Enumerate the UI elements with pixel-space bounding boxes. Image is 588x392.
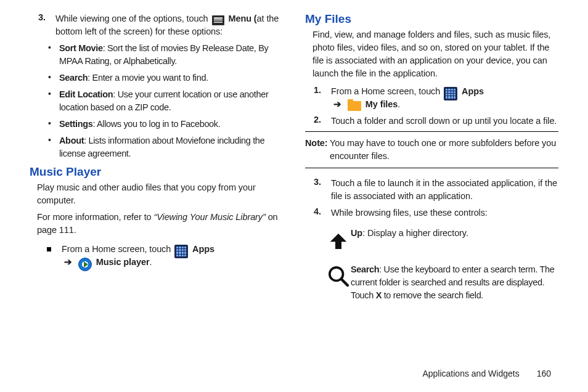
music-step: From a Home screen, touch Apps ➔ Music p… (47, 243, 283, 269)
note-block: Note: You may have to touch one or more … (305, 131, 558, 168)
step-4: 4. While browsing files, use these contr… (314, 206, 558, 219)
label: Search (351, 264, 379, 274)
desc2: to remove the search field. (382, 290, 483, 300)
control-search: Search: Use the keyboard to enter a sear… (326, 263, 558, 302)
option-text: Sort Movie: Sort the list of movies By R… (59, 42, 283, 68)
text: While viewing one of the options, touch (55, 14, 211, 23)
bullet-icon: • (48, 42, 59, 68)
step-number: 2. (314, 115, 331, 128)
footer-page: 160 (537, 369, 551, 378)
label: About (59, 136, 84, 145)
folder-icon (348, 101, 361, 111)
menu-label: Menu ( (228, 14, 256, 23)
step-number: 3. (38, 12, 55, 38)
left-column: 3. While viewing one of the options, tou… (30, 12, 283, 311)
option-settings: • Settings: Allows you to log in to Face… (48, 118, 283, 131)
text: For more information, refer to (37, 212, 154, 222)
x-label: X (376, 290, 382, 300)
music-player-label: Music player (96, 257, 150, 267)
step-2: 2. Touch a folder and scroll down or up … (314, 115, 558, 128)
option-text: Search: Enter a movie you want to find. (59, 71, 283, 84)
control-text: Up: Display a higher directory. (351, 227, 558, 255)
svg-line-1 (341, 279, 348, 285)
apps-icon (444, 87, 457, 100)
step-body: Touch a folder and scroll down or up unt… (331, 115, 558, 128)
control-up: Up: Display a higher directory. (326, 227, 558, 255)
right-column: My Files Find, view, and manage folders … (305, 12, 558, 311)
option-search: • Search: Enter a movie you want to find… (48, 71, 283, 84)
music-intro: Play music and other audio files that yo… (37, 181, 283, 207)
music-ref: For more information, refer to “Viewing … (37, 211, 283, 237)
label: Edit Location (59, 89, 113, 99)
label: Settings (59, 119, 92, 129)
option-text: About: Lists information about Moviefone… (59, 134, 283, 160)
label: Sort Movie (59, 43, 103, 53)
step-body: From a Home screen, touch Apps ➔ Music p… (62, 243, 283, 269)
label: Up (351, 228, 362, 238)
step-3b: 3. Touch a file to launch it in the asso… (314, 177, 558, 203)
step-1: 1. From a Home screen, touch Apps ➔ My f… (314, 85, 558, 111)
step-body: While browsing files, use these controls… (331, 206, 558, 219)
step-number: 1. (314, 85, 331, 111)
control-text: Search: Use the keyboard to enter a sear… (351, 263, 558, 302)
option-text: Settings: Allows you to log in to Facebo… (59, 118, 283, 131)
apps-label: Apps (462, 86, 484, 96)
text: From a Home screen, touch (331, 86, 443, 96)
apps-label: Apps (192, 244, 214, 254)
page-footer: Applications and Widgets 160 (422, 369, 551, 378)
option-about: • About: Lists information about Moviefo… (48, 134, 283, 160)
desc: : Display a higher directory. (362, 228, 468, 238)
bullet-icon: • (48, 134, 59, 160)
step-number: 3. (314, 177, 331, 203)
bullet-icon: • (48, 71, 59, 84)
arrow-icon: ➔ (333, 99, 341, 109)
music-player-icon (78, 258, 92, 271)
note-label: Note: (305, 137, 330, 163)
menu-icon (212, 15, 224, 25)
dot: . (398, 99, 400, 109)
bullet-icon: • (48, 88, 59, 114)
option-sort-movie: • Sort Movie: Sort the list of movies By… (48, 42, 283, 68)
step-body: While viewing one of the options, touch … (55, 12, 283, 38)
my-files-label: My files (365, 99, 398, 109)
step-body: Touch a file to launch it in the associa… (331, 177, 558, 203)
arrow-icon: ➔ (64, 257, 72, 267)
apps-icon (174, 245, 188, 258)
step-body: From a Home screen, touch Apps ➔ My file… (331, 85, 558, 111)
desc: : Allows you to log in to Facebook. (92, 119, 220, 129)
square-bullet (47, 243, 62, 269)
ref-title: “Viewing Your Music Library” (154, 212, 266, 222)
search-icon (326, 263, 351, 302)
up-icon (326, 227, 351, 255)
music-player-heading: Music Player (30, 165, 283, 179)
desc: : Enter a movie you want to find. (88, 73, 208, 83)
note-text: You may have to touch one or more subfol… (330, 137, 558, 163)
option-edit-location: • Edit Location: Use your current locati… (48, 88, 283, 114)
bullet-icon: • (48, 118, 59, 131)
option-text: Edit Location: Use your current location… (59, 88, 283, 114)
step-3: 3. While viewing one of the options, tou… (38, 12, 283, 38)
my-files-heading: My Files (305, 12, 558, 26)
text: From a Home screen, touch (62, 244, 173, 254)
my-files-intro: Find, view, and manage folders and files… (312, 28, 558, 80)
label: Search (59, 73, 88, 83)
step-number: 4. (314, 206, 331, 219)
footer-section: Applications and Widgets (422, 369, 519, 378)
desc: : Lists information about Moviefone incl… (59, 136, 264, 158)
